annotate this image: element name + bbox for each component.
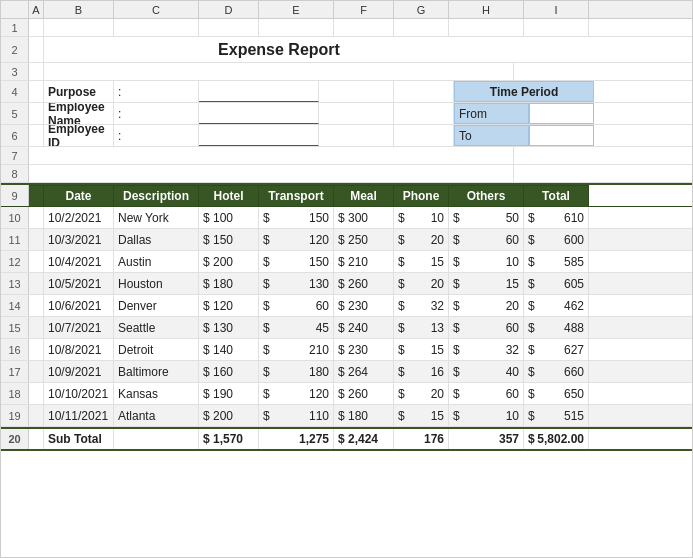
cell-1b: [44, 19, 114, 36]
row-5: 5 Employee Name : From: [1, 103, 692, 125]
row-9-header: 9 Date Description Hotel Transport Meal …: [1, 183, 692, 207]
phone-1: $20: [394, 229, 449, 250]
to-value[interactable]: [529, 125, 594, 146]
meal-1: $ 250: [334, 229, 394, 250]
col-header-e: E: [259, 1, 334, 18]
col-header-i: I: [524, 1, 589, 18]
employee-id-colon: :: [114, 125, 199, 146]
col-header-row: A B C D E F G H I: [1, 1, 692, 19]
cell-1i: [524, 19, 589, 36]
cell-1a: [29, 19, 44, 36]
others-1: $60: [449, 229, 524, 250]
date-0: 10/2/2021: [44, 207, 114, 228]
table-row: 13 10/5/2021 Houston $ 180 $130 $ 260 $2…: [1, 273, 692, 295]
header-others: Others: [449, 185, 524, 206]
col-header-f: F: [334, 1, 394, 18]
total-1: $600: [524, 229, 589, 250]
table-row: 14 10/6/2021 Denver $ 120 $60 $ 230 $32 …: [1, 295, 692, 317]
to-label: To: [454, 125, 529, 146]
table-row: 15 10/7/2021 Seattle $ 130 $45 $ 240 $13…: [1, 317, 692, 339]
table-row: 19 10/11/2021 Atlanta $ 200 $110 $ 180 $…: [1, 405, 692, 427]
row-3: 3: [1, 63, 692, 81]
subtotal-others: 357: [449, 429, 524, 449]
header-meal: Meal: [334, 185, 394, 206]
cell-1f: [334, 19, 394, 36]
desc-0: New York: [114, 207, 199, 228]
cell-1g: [394, 19, 449, 36]
subtotal-label: Sub Total: [44, 429, 114, 449]
col-header-a: A: [29, 1, 44, 18]
subtotal-hotel: $ 1,570: [199, 429, 259, 449]
subtotal-meal: $ 2,424: [334, 429, 394, 449]
row-4: 4 Purpose : Time Period: [1, 81, 692, 103]
table-row: 11 10/3/2021 Dallas $ 150 $120 $ 250 $20…: [1, 229, 692, 251]
hotel-1: $ 150: [199, 229, 259, 250]
date-1: 10/3/2021: [44, 229, 114, 250]
subtotal-total: $5,802.00: [524, 429, 589, 449]
row-8: 8: [1, 165, 692, 183]
purpose-colon: :: [114, 81, 199, 102]
employee-id-value[interactable]: [199, 125, 319, 146]
purpose-label: Purpose: [44, 81, 114, 102]
employee-name-label: Employee Name: [44, 103, 114, 124]
desc-1: Dallas: [114, 229, 199, 250]
header-description: Description: [114, 185, 199, 206]
time-period-header: Time Period: [454, 81, 594, 102]
purpose-underline[interactable]: [199, 81, 319, 102]
col-header-h: H: [449, 1, 524, 18]
header-transport: Transport: [259, 185, 334, 206]
row-2: 2 Expense Report: [1, 37, 692, 63]
table-row: 17 10/9/2021 Baltimore $ 160 $180 $ 264 …: [1, 361, 692, 383]
header-phone: Phone: [394, 185, 449, 206]
others-0: $50: [449, 207, 524, 228]
row-7: 7: [1, 147, 692, 165]
table-row: 18 10/10/2021 Kansas $ 190 $120 $ 260 $2…: [1, 383, 692, 405]
table-row: 12 10/4/2021 Austin $ 200 $150 $ 210 $15…: [1, 251, 692, 273]
report-title: Expense Report: [44, 37, 514, 62]
phone-0: $10: [394, 207, 449, 228]
subtotal-row: 20 Sub Total $ 1,570 1,275 $ 2,424 176 3…: [1, 427, 692, 451]
cell-1e: [259, 19, 334, 36]
meal-0: $ 300: [334, 207, 394, 228]
subtotal-phone: 176: [394, 429, 449, 449]
col-header-c: C: [114, 1, 199, 18]
table-row: 16 10/8/2021 Detroit $ 140 $210 $ 230 $1…: [1, 339, 692, 361]
employee-name-colon: :: [114, 103, 199, 124]
header-date: Date: [44, 185, 114, 206]
col-header-g: G: [394, 1, 449, 18]
from-value[interactable]: [529, 103, 594, 124]
header-total: Total: [524, 185, 589, 206]
cell-1c: [114, 19, 199, 36]
corner-cell: [1, 1, 29, 18]
header-hotel: Hotel: [199, 185, 259, 206]
col-header-b: B: [44, 1, 114, 18]
table-row: 10 10/2/2021 New York $ 100 $150 $ 300 $…: [1, 207, 692, 229]
transport-1: $120: [259, 229, 334, 250]
cell-2a: [29, 37, 44, 62]
employee-id-label: Employee ID: [44, 125, 114, 146]
row-6: 6 Employee ID : To: [1, 125, 692, 147]
col-header-d: D: [199, 1, 259, 18]
cell-1d: [199, 19, 259, 36]
from-label: From: [454, 103, 529, 124]
spreadsheet: A B C D E F G H I 1 2 Expense Report 3 4: [0, 0, 693, 558]
hotel-0: $ 100: [199, 207, 259, 228]
row-1: 1: [1, 19, 692, 37]
transport-0: $150: [259, 207, 334, 228]
total-0: $610: [524, 207, 589, 228]
subtotal-transport: 1,275: [259, 429, 334, 449]
employee-name-value[interactable]: [199, 103, 319, 124]
cell-1h: [449, 19, 524, 36]
